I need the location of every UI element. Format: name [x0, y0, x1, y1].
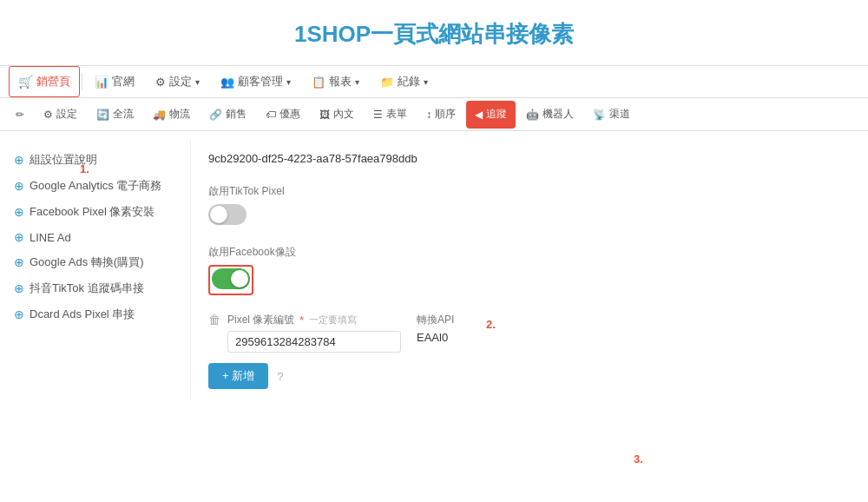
help-icon[interactable]: ?	[277, 370, 283, 383]
dcard-label: Dcard Ads Pixel 串接	[30, 307, 135, 322]
right-panel: 9cb29200-df25-4223-aa78-57faea798ddb 啟用T…	[191, 140, 868, 398]
menu-item-line-ad[interactable]: ⊕ LINE Ad	[0, 225, 190, 249]
pixel-input[interactable]	[227, 331, 401, 353]
tiktok-toggle-section: 啟用TikTok Pixel	[208, 184, 851, 228]
order-icon: ↕	[426, 109, 431, 121]
second-nav-sales[interactable]: 🔗 銷售	[201, 101, 255, 129]
second-nav-robot[interactable]: 🤖 機器人	[517, 101, 582, 129]
tracking-label: 追蹤	[486, 107, 507, 122]
add-button[interactable]: + 新增	[208, 363, 268, 389]
top-nav-customers[interactable]: 👥 顧客管理 ▾	[210, 66, 301, 97]
second-nav-tracking[interactable]: ◀ 追蹤	[466, 101, 516, 129]
top-nav-reports[interactable]: 📋 報表 ▾	[301, 66, 370, 97]
second-nav-promo[interactable]: 🏷 優惠	[257, 101, 309, 129]
top-nav-dashboard[interactable]: 📊 官網	[84, 66, 145, 97]
channel-label: 渠道	[609, 107, 630, 122]
reports-icon: 📋	[312, 76, 326, 89]
top-nav: 🛒 銷營頁 📊 官網 ⚙ 設定 ▾ 👥 顧客管理 ▾ 📋 報表 ▾ 📁 紀錄 ▾	[0, 65, 868, 98]
uuid-row: 9cb29200-df25-4223-aa78-57faea798ddb	[208, 149, 851, 168]
label-two: 2.	[486, 318, 496, 331]
label-three: 3.	[634, 452, 643, 466]
dashboard-label: 官網	[112, 74, 135, 89]
menu-item-location[interactable]: ⊕ 組設位置說明	[0, 147, 190, 173]
api-value: EAAl0	[417, 331, 454, 344]
settings-dropdown-icon: ▾	[195, 77, 200, 87]
second-nav-flow[interactable]: 🔄 全流	[88, 101, 142, 129]
second-nav: ✏ ⚙ 設定 🔄 全流 🚚 物流 🔗 銷售 🏷 優惠 🖼 內文 ☰ 表單	[0, 98, 868, 131]
table-label: 表單	[386, 107, 407, 122]
content-icon: 🖼	[319, 109, 330, 121]
table-icon: ☰	[373, 109, 383, 121]
content-label: 內文	[333, 107, 354, 122]
records-dropdown-icon: ▾	[424, 77, 428, 87]
tiktok-toggle-thumb	[210, 206, 227, 223]
dashboard-icon: 📊	[95, 76, 108, 89]
google-ads-label: Google Ads 轉換(購買)	[30, 254, 144, 270]
menu-item-tiktok[interactable]: ⊕ 抖音TikTok 追蹤碼串接	[0, 275, 190, 301]
robot-icon: 🤖	[526, 109, 539, 121]
pixel-field-header: Pixel 像素編號 * 一定要填寫	[227, 313, 401, 327]
settings-label: 設定	[169, 74, 192, 89]
records-label: 紀錄	[398, 74, 420, 89]
second-nav-content[interactable]: 🖼 內文	[311, 101, 363, 129]
menu-item-google-ads[interactable]: ⊕ Google Ads 轉換(購買)	[0, 249, 190, 275]
top-nav-records[interactable]: 📁 紀錄 ▾	[370, 66, 438, 97]
page-title: 1SHOP一頁式網站串接像素	[0, 0, 868, 65]
facebook-toggle-switch[interactable]	[212, 268, 250, 289]
config-label: 設定	[56, 107, 77, 122]
uuid-value: 9cb29200-df25-4223-aa78-57faea798ddb	[208, 149, 418, 168]
fb-pixel-icon: ⊕	[14, 205, 24, 219]
flow-label: 全流	[113, 107, 134, 122]
api-label: 轉換API	[417, 313, 454, 327]
logistics-icon: 🚚	[153, 109, 166, 121]
store-icon: 🛒	[18, 75, 33, 89]
customers-dropdown-icon: ▾	[286, 77, 291, 87]
robot-label: 機器人	[542, 107, 574, 122]
fb-pixel-label: Facebook Pixel 像素安裝	[30, 204, 155, 220]
promo-icon: 🏷	[266, 109, 276, 121]
label-one: 1.	[80, 162, 89, 175]
second-nav-logistics[interactable]: 🚚 物流	[144, 101, 199, 129]
top-nav-store[interactable]: 🛒 銷營頁	[9, 66, 80, 97]
config-icon: ⚙	[43, 109, 53, 121]
pixel-required-star: *	[299, 314, 304, 327]
pixel-required-note: 一定要填寫	[309, 314, 357, 327]
promo-label: 優惠	[279, 107, 300, 122]
reports-label: 報表	[329, 74, 352, 89]
facebook-toggle-track[interactable]	[212, 268, 250, 289]
second-nav-channel[interactable]: 📡 渠道	[584, 101, 639, 129]
second-nav-edit[interactable]: ✏	[7, 101, 33, 129]
customers-icon: 👥	[220, 76, 234, 89]
tiktok-label: 抖音TikTok 追蹤碼串接	[30, 281, 144, 296]
tiktok-icon: ⊕	[14, 281, 24, 295]
ga-label: Google Analytics 電子商務	[30, 178, 161, 194]
facebook-toggle-label: 啟用Facebook像設	[208, 245, 851, 260]
main-content: ⊕ 組設位置說明 ⊕ Google Analytics 電子商務 ⊕ Faceb…	[0, 131, 868, 406]
reports-dropdown-icon: ▾	[355, 77, 359, 87]
settings-icon: ⚙	[155, 76, 166, 89]
line-ad-label: LINE Ad	[30, 231, 71, 244]
second-nav-order[interactable]: ↕ 順序	[418, 101, 464, 129]
ga-icon: ⊕	[14, 179, 24, 193]
pixel-header-label: Pixel 像素編號	[227, 313, 294, 327]
nav-divider-1	[82, 73, 82, 90]
menu-item-ga[interactable]: ⊕ Google Analytics 電子商務	[0, 173, 190, 199]
channel-icon: 📡	[593, 109, 606, 121]
menu-item-fb-pixel[interactable]: ⊕ Facebook Pixel 像素安裝	[0, 199, 190, 225]
api-col: 轉換API EAAl0	[417, 313, 454, 344]
delete-pixel-icon[interactable]: 🗑	[208, 313, 220, 327]
facebook-toggle-thumb	[231, 270, 248, 287]
second-nav-table[interactable]: ☰ 表單	[365, 101, 416, 129]
customers-label: 顧客管理	[238, 74, 283, 89]
dcard-icon: ⊕	[14, 307, 24, 321]
sales-icon: 🔗	[209, 109, 222, 121]
second-nav-config[interactable]: ⚙ 設定	[35, 101, 86, 129]
menu-item-dcard[interactable]: ⊕ Dcard Ads Pixel 串接	[0, 301, 190, 327]
records-icon: 📁	[380, 76, 394, 89]
tiktok-toggle-track[interactable]	[208, 204, 247, 225]
tiktok-toggle-switch[interactable]	[208, 204, 247, 225]
logistics-label: 物流	[169, 107, 190, 122]
google-ads-icon: ⊕	[14, 255, 24, 269]
facebook-toggle-section: 啟用Facebook像設	[208, 245, 851, 295]
top-nav-settings[interactable]: ⚙ 設定 ▾	[145, 66, 210, 97]
